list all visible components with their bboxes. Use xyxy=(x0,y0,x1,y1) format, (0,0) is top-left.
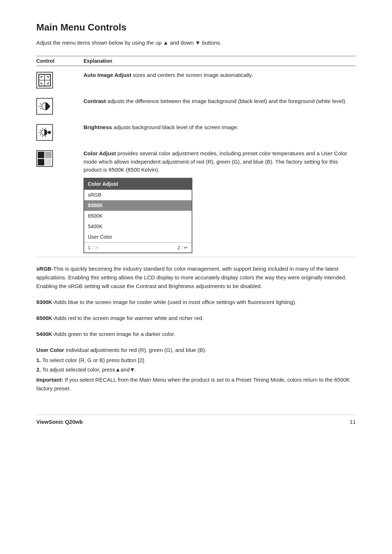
ca-item-5400k[interactable]: 5400K xyxy=(84,221,192,232)
contrast-icon xyxy=(36,98,53,115)
icon-cell-color-adjust xyxy=(36,149,83,167)
9300k-paragraph: 9300K-Adds blue to the screen image for … xyxy=(36,298,356,307)
ca-footer-left: 1 : ☞ xyxy=(88,244,99,251)
explanation-color-adjust: Color Adjust provides several color adju… xyxy=(83,149,356,253)
srgb-paragraph: sRGB-This is quickly becoming the indust… xyxy=(36,264,356,291)
auto-image-adjust-icon xyxy=(36,72,53,89)
svg-line-9 xyxy=(40,130,41,131)
ca-item-srgb[interactable]: sRGB xyxy=(84,190,192,200)
user-color-steps: 1. To select color (R, G or B) press but… xyxy=(36,356,356,374)
step-2: 2. To adjust selected color, press▲and▼. xyxy=(36,365,356,374)
explanation-brightness: Brightness adjusts background black leve… xyxy=(83,123,356,134)
page-title: Main Menu Controls xyxy=(36,22,356,33)
col-explanation-header: Explanation xyxy=(83,58,112,64)
footer: ViewSonic Q20wb 11 xyxy=(36,415,356,425)
svg-line-4 xyxy=(40,103,41,104)
important-note: Important: If you select RECALL from the… xyxy=(36,376,356,393)
brightness-icon xyxy=(36,124,53,141)
table-body: Auto Image Adjust sizes and centers the … xyxy=(36,66,356,257)
color-adjust-icon xyxy=(36,150,53,167)
user-color-section: User Color Individual adjustments for re… xyxy=(36,346,356,393)
footer-page: 11 xyxy=(350,419,356,425)
col-control-header: Control xyxy=(36,58,83,64)
color-adjust-menu-title: Color Adjust xyxy=(84,178,192,190)
6500k-paragraph: 6500K-Adds red to the screen image for w… xyxy=(36,314,356,323)
table-row: Contrast adjusts the difference between … xyxy=(36,92,356,118)
explanation-contrast: Contrast adjusts the difference between … xyxy=(83,97,356,108)
ca-item-user-color[interactable]: User Color xyxy=(84,232,192,242)
svg-line-10 xyxy=(40,134,41,135)
explanation-auto-image-adjust: Auto Image Adjust sizes and centers the … xyxy=(83,71,356,82)
footer-brand: ViewSonic Q20wb xyxy=(36,419,83,425)
table-row: Auto Image Adjust sizes and centers the … xyxy=(36,66,356,92)
color-adjust-submenu: Color Adjust sRGB 9300K 6500K 5400K User… xyxy=(83,178,192,254)
ca-footer-right: 2 : ↵ xyxy=(177,244,188,251)
table-header: Control Explanation xyxy=(36,56,356,66)
icon-cell-brightness xyxy=(36,123,83,141)
step-1: 1. To select color (R, G or B) press but… xyxy=(36,356,356,365)
icon-cell-auto-image-adjust xyxy=(36,71,83,89)
ca-item-6500k[interactable]: 6500K xyxy=(84,211,192,221)
table-row: Brightness adjusts background black leve… xyxy=(36,118,356,144)
svg-line-5 xyxy=(40,108,41,109)
icon-cell-contrast xyxy=(36,97,83,115)
intro-text: Adjust the menu items shown below by usi… xyxy=(36,40,356,46)
svg-point-16 xyxy=(48,131,51,134)
ca-footer: 1 : ☞ 2 : ↵ xyxy=(84,242,192,253)
svg-point-7 xyxy=(48,105,50,107)
5400k-paragraph: 5400K-Adds green to the screen image for… xyxy=(36,330,356,338)
table-row: Color Adjust provides several color adju… xyxy=(36,144,356,257)
ca-item-9300k[interactable]: 9300K xyxy=(84,200,192,211)
